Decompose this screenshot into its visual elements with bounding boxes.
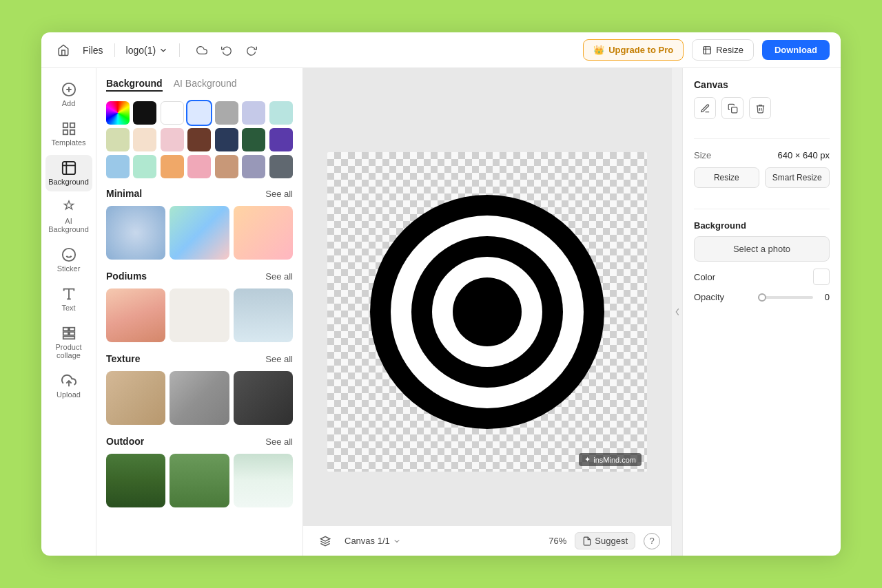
podium-thumb-2[interactable]	[170, 288, 229, 342]
canvas-page-info[interactable]: Canvas 1/1	[345, 536, 401, 546]
sidebar-item-background[interactable]: Background	[45, 155, 92, 191]
color-swatch-rainbow[interactable]	[106, 101, 130, 125]
see-all-texture[interactable]: See all	[265, 354, 293, 364]
sidebar-label-text: Text	[61, 304, 75, 312]
outdoor-thumb-1[interactable]	[106, 454, 165, 507]
download-button[interactable]: Download	[762, 40, 830, 60]
color-swatch-lightblue[interactable]	[187, 101, 211, 125]
section-outdoor-title: Outdoor	[106, 436, 144, 447]
suggest-button[interactable]: Suggest	[575, 532, 635, 549]
podium-thumb-1[interactable]	[106, 288, 165, 342]
size-label: Size	[694, 150, 711, 160]
section-minimal-header: Minimal See all	[106, 188, 293, 199]
color-swatch-rosepink[interactable]	[187, 155, 211, 178]
sidebar-label-background: Background	[48, 178, 89, 186]
svg-point-24	[453, 277, 522, 346]
collapse-handle[interactable]	[671, 68, 682, 556]
color-swatch-slate[interactable]	[242, 155, 265, 178]
color-swatch-tan[interactable]	[215, 155, 238, 178]
sidebar-item-product-collage[interactable]: Product collage	[45, 320, 92, 365]
color-picker[interactable]	[813, 269, 830, 285]
panel-tabs: Background AI Background	[106, 78, 293, 92]
outdoor-thumb-3[interactable]	[234, 454, 293, 507]
help-button[interactable]: ?	[644, 533, 660, 549]
resize-header-button[interactable]: Resize	[692, 39, 754, 61]
sidebar-label-add: Add	[62, 99, 76, 107]
smart-resize-option-button[interactable]: Smart Resize	[765, 167, 830, 188]
color-swatch-mint[interactable]	[269, 101, 293, 125]
outdoor-thumb-2[interactable]	[170, 454, 229, 507]
see-all-minimal[interactable]: See all	[265, 189, 293, 199]
size-value: 640 × 640 px	[777, 150, 830, 160]
undo-button[interactable]	[216, 39, 238, 61]
svg-marker-25	[320, 536, 329, 541]
color-swatch-black[interactable]	[133, 101, 156, 125]
color-swatch-navy[interactable]	[215, 128, 238, 151]
podium-thumb-3[interactable]	[234, 288, 293, 342]
svg-rect-16	[63, 332, 68, 335]
color-swatch-charcoal[interactable]	[269, 155, 293, 178]
opacity-thumb[interactable]	[758, 293, 766, 302]
color-swatch-lavender[interactable]	[242, 101, 265, 125]
minimal-thumb-3[interactable]	[234, 206, 293, 260]
color-swatch-forest[interactable]	[242, 128, 265, 151]
cloud-save-button[interactable]	[191, 39, 213, 61]
color-swatch-gray[interactable]	[215, 101, 238, 125]
tab-ai-background[interactable]: AI Background	[174, 78, 237, 92]
divider-2	[694, 209, 830, 209]
color-swatch-brown[interactable]	[187, 128, 211, 151]
home-button[interactable]	[52, 39, 74, 61]
svg-rect-7	[63, 130, 67, 134]
style-button[interactable]	[694, 97, 716, 119]
svg-rect-26	[731, 107, 737, 112]
opacity-track[interactable]	[758, 296, 813, 299]
select-photo-button[interactable]: Select a photo	[694, 236, 830, 262]
color-swatch-purple[interactable]	[269, 128, 293, 151]
size-row: Size 640 × 640 px	[694, 150, 830, 160]
files-link[interactable]: Files	[83, 45, 103, 56]
canvas-panel-title: Canvas	[694, 79, 830, 90]
texture-thumb-3[interactable]	[234, 371, 293, 425]
zoom-level: 76%	[548, 536, 566, 546]
color-swatch-peach[interactable]	[133, 128, 156, 151]
duplicate-button[interactable]	[721, 97, 743, 119]
color-swatch-skyblue[interactable]	[106, 155, 130, 178]
see-all-podiums[interactable]: See all	[265, 271, 293, 282]
canvas-icon-row	[694, 97, 830, 119]
sidebar-item-text[interactable]: Text	[45, 281, 92, 317]
color-swatch-white[interactable]	[161, 101, 184, 125]
color-swatch-orange[interactable]	[161, 155, 184, 178]
texture-thumb-1[interactable]	[106, 371, 165, 425]
minimal-thumb-1[interactable]	[106, 206, 165, 260]
sidebar-item-sticker[interactable]: Sticker	[45, 242, 92, 278]
svg-rect-15	[69, 328, 74, 331]
sidebar-label-sticker: Sticker	[57, 264, 81, 273]
filename-display[interactable]: logo(1)	[126, 45, 169, 56]
divider-1	[694, 138, 830, 139]
svg-rect-17	[69, 332, 74, 335]
tab-background[interactable]: Background	[106, 78, 163, 92]
svg-rect-5	[70, 123, 74, 127]
color-swatch-sage[interactable]	[106, 128, 130, 151]
canvas-content[interactable]: ✦ insMind.com	[327, 152, 647, 472]
color-swatch-pink[interactable]	[161, 128, 184, 151]
crown-icon: 👑	[593, 45, 604, 55]
section-outdoor-header: Outdoor See all	[106, 436, 293, 447]
redo-button[interactable]	[240, 39, 263, 61]
sidebar-item-upload[interactable]: Upload	[45, 368, 92, 404]
upgrade-button[interactable]: 👑 Upgrade to Pro	[583, 39, 684, 61]
outdoor-grid	[106, 454, 293, 507]
layers-button[interactable]	[314, 530, 336, 552]
minimal-thumb-2[interactable]	[170, 206, 229, 260]
svg-rect-18	[63, 337, 74, 339]
resize-option-button[interactable]: Resize	[694, 167, 759, 188]
sidebar-item-templates[interactable]: Templates	[45, 116, 92, 152]
header-divider-2	[179, 43, 180, 57]
color-swatch-seafoam[interactable]	[133, 155, 156, 178]
texture-thumb-2[interactable]	[170, 371, 229, 425]
see-all-outdoor[interactable]: See all	[265, 437, 293, 447]
sidebar-label-product-collage: Product collage	[48, 343, 90, 359]
delete-button[interactable]	[749, 97, 771, 119]
sidebar-item-ai-background[interactable]: AI Background	[45, 194, 92, 239]
sidebar-item-add[interactable]: Add	[45, 76, 92, 113]
